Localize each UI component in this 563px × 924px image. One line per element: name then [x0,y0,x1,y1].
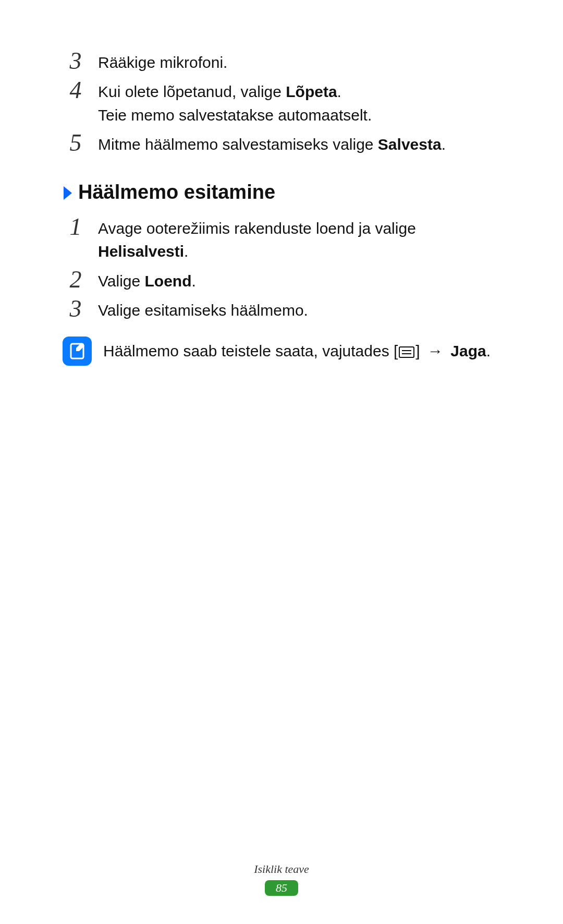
step-number: 2 [63,268,89,292]
page-footer: Isiklik teave 85 [0,862,563,896]
step-text: . [337,83,341,100]
step-body: Mitme häälmemo salvestamiseks valige Sal… [98,130,500,156]
step-number: 3 [63,297,89,321]
step-body: Kui olete lõpetanud, valige Lõpeta.Teie … [98,77,500,127]
step: 4Kui olete lõpetanud, valige Lõpeta.Teie… [63,77,500,127]
step-text: Rääkige mikrofoni. [98,54,227,71]
step-text: . [442,136,446,153]
step-body: Rääkige mikrofoni. [98,48,500,74]
page-number-badge: 85 [265,880,298,896]
footer-section-label: Isiklik teave [0,862,563,876]
step: 3Rääkige mikrofoni. [63,48,500,74]
step-text: Loend [145,272,192,290]
step-text: Mitme häälmemo salvestamiseks valige [98,136,378,153]
chevron-right-icon [63,185,73,201]
step-number: 4 [63,78,89,102]
step-number: 3 [63,49,89,73]
note-text-part: Jaga [450,342,486,359]
section-title: Häälmemo esitamine [78,177,275,207]
step-text: Helisalvesti [98,243,184,260]
step-text: . [184,243,188,260]
step-text: Valige esitamiseks häälmemo. [98,302,308,319]
note-row: Häälmemo saab teistele saata, vajutades … [63,337,500,366]
section-heading: Häälmemo esitamine [63,177,500,207]
steps-group-b: 1Avage ooterežiimis rakenduste loend ja … [63,214,500,322]
step-body: Valige esitamiseks häälmemo. [98,296,500,322]
step: 3Valige esitamiseks häälmemo. [63,296,500,322]
step-text: Valige [98,272,145,290]
step-text: Salvesta [378,136,442,153]
menu-icon [399,346,414,358]
page-content: 3Rääkige mikrofoni.4Kui olete lõpetanud,… [0,0,563,366]
svg-rect-2 [399,347,414,357]
step: 2Valige Loend. [63,267,500,293]
note-icon [63,337,92,366]
note-text-part: ] [415,342,424,359]
step-body: Avage ooterežiimis rakenduste loend ja v… [98,214,500,263]
note-text: Häälmemo saab teistele saata, vajutades … [103,340,500,363]
step-text: Lõpeta [286,83,337,100]
step-body: Valige Loend. [98,267,500,293]
note-text-part: Häälmemo saab teistele saata, vajutades … [103,342,398,359]
step-text: . [192,272,196,290]
step: 5Mitme häälmemo salvestamiseks valige Sa… [63,130,500,156]
step-number: 5 [63,131,89,155]
step: 1Avage ooterežiimis rakenduste loend ja … [63,214,500,263]
step-text: Kui olete lõpetanud, valige [98,83,286,100]
step-text: Avage ooterežiimis rakenduste loend ja v… [98,220,416,237]
note-text-part: . [486,342,491,359]
step-number: 1 [63,215,89,239]
step-text: Teie memo salvestatakse automaatselt. [98,106,372,124]
arrow-right-icon: → [427,342,443,359]
steps-group-a: 3Rääkige mikrofoni.4Kui olete lõpetanud,… [63,48,500,157]
svg-marker-0 [64,186,72,200]
